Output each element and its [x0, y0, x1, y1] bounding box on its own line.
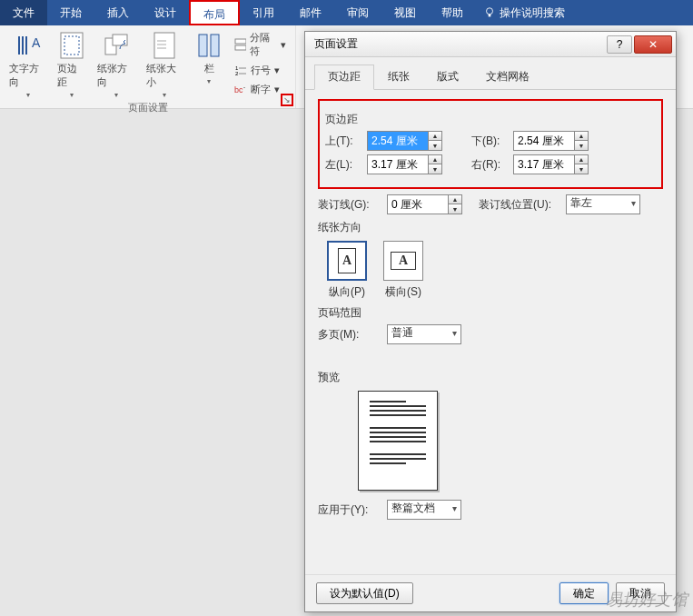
- dialog-tab-paper[interactable]: 纸张: [374, 65, 423, 89]
- dialog-titlebar: 页面设置 ? ✕: [305, 32, 676, 57]
- spin-up-icon[interactable]: ▲: [429, 155, 441, 164]
- spin-gutter[interactable]: ▲▼: [387, 194, 462, 214]
- svg-text:2: 2: [235, 71, 239, 76]
- section-pages: 页码范围: [318, 305, 663, 321]
- input-left[interactable]: [367, 154, 429, 174]
- section-margins: 页边距: [325, 112, 656, 127]
- size-icon: [153, 32, 175, 59]
- label-right: 右(R):: [471, 157, 508, 173]
- spin-left[interactable]: ▲▼: [367, 154, 442, 174]
- group-label-page-setup: 页面设置: [5, 101, 290, 116]
- combo-apply-to[interactable]: 整篇文档: [387, 500, 461, 520]
- svg-text:-: -: [243, 84, 245, 90]
- tab-review[interactable]: 审阅: [334, 0, 381, 25]
- close-button[interactable]: ✕: [634, 35, 672, 54]
- tab-references[interactable]: 引用: [240, 0, 287, 25]
- label-apply-to: 应用于(Y):: [318, 502, 381, 518]
- svg-text:A: A: [32, 35, 41, 50]
- dialog-tab-layout[interactable]: 版式: [423, 65, 472, 89]
- section-orientation: 纸张方向: [318, 220, 663, 235]
- columns-icon: [197, 33, 221, 58]
- tell-me-label: 操作说明搜索: [500, 5, 565, 21]
- input-bottom[interactable]: [513, 131, 575, 151]
- spin-down-icon[interactable]: ▼: [449, 204, 461, 214]
- page-setup-dialog-launcher[interactable]: ↘: [281, 94, 293, 106]
- preview-page: [358, 391, 438, 491]
- svg-rect-1: [489, 15, 491, 17]
- tab-file[interactable]: 文件: [0, 0, 47, 25]
- tab-insert[interactable]: 插入: [94, 0, 142, 25]
- page-setup-dialog: 页面设置 ? ✕ 页边距 纸张 版式 文档网格 页边距 上(T): ▲▼ 下(B…: [304, 31, 677, 612]
- label-gutter-pos: 装订线位置(U):: [479, 197, 560, 213]
- hyphenation-icon: bc-: [234, 84, 247, 96]
- btn-size[interactable]: 纸张大小▾: [143, 29, 187, 101]
- tab-mailings[interactable]: 邮件: [287, 0, 334, 25]
- breaks-icon: [234, 38, 246, 51]
- tab-design[interactable]: 设计: [142, 0, 189, 25]
- btn-orientation[interactable]: 纸张方向▾: [94, 29, 138, 101]
- label-multipage: 多页(M):: [318, 327, 381, 343]
- dialog-tab-grid[interactable]: 文档网格: [472, 65, 543, 89]
- label-left: 左(L):: [325, 157, 361, 173]
- svg-text:bc: bc: [234, 85, 243, 94]
- group-page-setup: A 文字方向▾ 页边距▾ 纸张方向▾ 纸张大小▾ 栏▾ 分隔符▾ 12行号▾: [0, 25, 296, 108]
- svg-rect-7: [154, 33, 174, 58]
- spin-bottom[interactable]: ▲▼: [513, 131, 589, 151]
- orientation-icon: [104, 33, 129, 58]
- set-default-button[interactable]: 设为默认值(D): [316, 582, 413, 604]
- spin-up-icon[interactable]: ▲: [449, 195, 461, 204]
- tab-home[interactable]: 开始: [47, 0, 94, 25]
- orientation-landscape[interactable]: A 横向(S): [383, 241, 423, 300]
- spin-down-icon[interactable]: ▼: [429, 141, 441, 150]
- label-bottom: 下(B):: [471, 134, 508, 149]
- label-gutter: 装订线(G):: [318, 197, 381, 213]
- margins-highlight-box: 页边距 上(T): ▲▼ 下(B): ▲▼ 左(L): ▲▼ 右(R): ▲▼: [318, 99, 663, 189]
- spin-down-icon[interactable]: ▼: [429, 164, 441, 174]
- tab-layout[interactable]: 布局: [189, 0, 240, 25]
- combo-multipage[interactable]: 普通: [387, 324, 461, 344]
- ok-button[interactable]: 确定: [559, 582, 609, 604]
- btn-text-direction[interactable]: A 文字方向▾: [5, 29, 50, 101]
- svg-rect-11: [235, 45, 246, 50]
- dialog-tabs: 页边距 纸张 版式 文档网格: [305, 57, 676, 90]
- orientation-portrait[interactable]: A 纵向(P): [327, 241, 367, 300]
- input-right[interactable]: [513, 154, 575, 174]
- help-button[interactable]: ?: [607, 35, 632, 54]
- tab-help[interactable]: 帮助: [429, 0, 476, 25]
- svg-point-0: [487, 8, 493, 15]
- btn-line-numbers[interactable]: 12行号▾: [231, 62, 290, 79]
- spin-down-icon[interactable]: ▼: [575, 164, 588, 174]
- spin-down-icon[interactable]: ▼: [575, 141, 588, 150]
- btn-margins[interactable]: 页边距▾: [54, 29, 90, 101]
- btn-columns[interactable]: 栏▾: [191, 29, 227, 87]
- svg-rect-10: [235, 39, 246, 44]
- combo-gutter-pos[interactable]: 靠左: [566, 194, 640, 214]
- tell-me-search[interactable]: 操作说明搜索: [483, 5, 565, 21]
- spin-up-icon[interactable]: ▲: [429, 132, 441, 141]
- lightbulb-icon: [483, 6, 496, 19]
- input-top[interactable]: [367, 131, 429, 151]
- ribbon-tabs: 文件 开始 插入 设计 布局 引用 邮件 审阅 视图 帮助 操作说明搜索: [0, 0, 693, 25]
- dialog-title: 页面设置: [314, 36, 605, 52]
- spin-up-icon[interactable]: ▲: [575, 132, 588, 141]
- input-gutter[interactable]: [387, 194, 449, 214]
- label-top: 上(T):: [325, 134, 361, 149]
- svg-rect-8: [199, 35, 207, 56]
- cancel-button[interactable]: 取消: [616, 582, 665, 604]
- dialog-tab-margins[interactable]: 页边距: [314, 65, 374, 90]
- dialog-body: 页边距 上(T): ▲▼ 下(B): ▲▼ 左(L): ▲▼ 右(R): ▲▼ …: [305, 90, 676, 532]
- spin-right[interactable]: ▲▼: [513, 154, 589, 174]
- section-preview: 预览: [318, 370, 663, 385]
- margins-icon: [60, 32, 84, 59]
- dialog-footer: 设为默认值(D) 确定 取消: [305, 574, 676, 611]
- spin-top[interactable]: ▲▼: [367, 131, 442, 151]
- spin-up-icon[interactable]: ▲: [575, 155, 588, 164]
- text-direction-icon: A: [15, 33, 41, 58]
- tab-view[interactable]: 视图: [381, 0, 429, 25]
- svg-rect-9: [211, 35, 219, 56]
- line-numbers-icon: 12: [234, 65, 247, 77]
- btn-breaks[interactable]: 分隔符▾: [231, 29, 290, 60]
